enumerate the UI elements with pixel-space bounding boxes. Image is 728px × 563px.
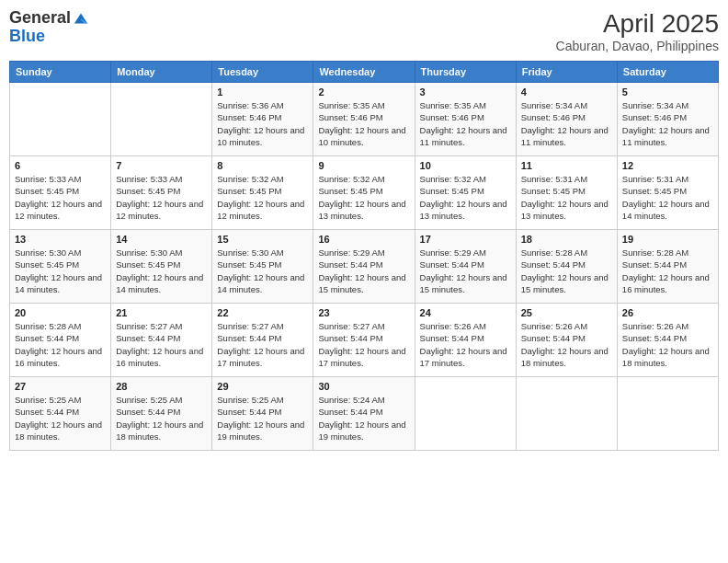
calendar-cell bbox=[516, 377, 617, 451]
cell-info: Sunrise: 5:25 AMSunset: 5:44 PMDaylight:… bbox=[217, 394, 308, 442]
logo-text-blue: Blue bbox=[9, 28, 89, 46]
cell-day-number: 9 bbox=[318, 160, 409, 171]
calendar-cell: 2Sunrise: 5:35 AMSunset: 5:46 PMDaylight… bbox=[313, 83, 415, 156]
cell-day-number: 7 bbox=[116, 160, 207, 171]
calendar-cell: 10Sunrise: 5:32 AMSunset: 5:45 PMDayligh… bbox=[415, 156, 516, 230]
title-area: April 2025 Caburan, Davao, Philippines bbox=[556, 9, 719, 53]
cell-info: Sunrise: 5:28 AMSunset: 5:44 PMDaylight:… bbox=[622, 247, 713, 295]
cell-day-number: 16 bbox=[318, 234, 409, 245]
cell-day-number: 8 bbox=[217, 160, 308, 171]
logo-icon bbox=[73, 10, 89, 27]
cell-info: Sunrise: 5:30 AMSunset: 5:45 PMDaylight:… bbox=[217, 247, 308, 295]
cell-day-number: 13 bbox=[15, 234, 106, 245]
cell-info: Sunrise: 5:26 AMSunset: 5:44 PMDaylight:… bbox=[420, 320, 511, 369]
cell-day-number: 1 bbox=[217, 86, 308, 98]
cell-info: Sunrise: 5:32 AMSunset: 5:45 PMDaylight:… bbox=[318, 173, 409, 222]
calendar-cell: 9Sunrise: 5:32 AMSunset: 5:45 PMDaylight… bbox=[313, 156, 415, 230]
calendar-cell: 29Sunrise: 5:25 AMSunset: 5:44 PMDayligh… bbox=[212, 377, 313, 451]
cell-day-number: 4 bbox=[521, 86, 612, 98]
cell-day-number: 12 bbox=[622, 160, 713, 171]
cell-info: Sunrise: 5:27 AMSunset: 5:44 PMDaylight:… bbox=[217, 320, 308, 369]
cell-info: Sunrise: 5:31 AMSunset: 5:45 PMDaylight:… bbox=[521, 173, 612, 222]
cell-info: Sunrise: 5:28 AMSunset: 5:44 PMDaylight:… bbox=[521, 247, 612, 295]
calendar-cell: 6Sunrise: 5:33 AMSunset: 5:45 PMDaylight… bbox=[10, 156, 111, 230]
calendar-cell bbox=[10, 83, 111, 156]
header: General Blue April 2025 Caburan, Davao, … bbox=[9, 9, 719, 53]
cell-day-number: 10 bbox=[420, 160, 511, 171]
cell-info: Sunrise: 5:31 AMSunset: 5:45 PMDaylight:… bbox=[622, 173, 713, 222]
calendar-week-row: 20Sunrise: 5:28 AMSunset: 5:44 PMDayligh… bbox=[10, 304, 719, 377]
cell-info: Sunrise: 5:34 AMSunset: 5:46 PMDaylight:… bbox=[521, 99, 612, 148]
cell-day-number: 25 bbox=[521, 307, 612, 318]
calendar-cell: 19Sunrise: 5:28 AMSunset: 5:44 PMDayligh… bbox=[617, 230, 718, 304]
cell-day-number: 17 bbox=[420, 234, 511, 245]
cell-day-number: 26 bbox=[622, 307, 713, 318]
calendar-cell: 20Sunrise: 5:28 AMSunset: 5:44 PMDayligh… bbox=[10, 304, 111, 377]
cell-day-number: 21 bbox=[116, 307, 207, 318]
cell-day-number: 18 bbox=[521, 234, 612, 245]
cell-info: Sunrise: 5:24 AMSunset: 5:44 PMDaylight:… bbox=[318, 394, 409, 442]
cell-day-number: 15 bbox=[217, 234, 308, 245]
cell-info: Sunrise: 5:25 AMSunset: 5:44 PMDaylight:… bbox=[15, 394, 106, 442]
logo-text-general: General bbox=[9, 9, 71, 28]
col-header-wednesday: Wednesday bbox=[313, 62, 415, 83]
cell-info: Sunrise: 5:33 AMSunset: 5:45 PMDaylight:… bbox=[116, 173, 207, 222]
calendar-cell: 15Sunrise: 5:30 AMSunset: 5:45 PMDayligh… bbox=[212, 230, 313, 304]
cell-info: Sunrise: 5:27 AMSunset: 5:44 PMDaylight:… bbox=[318, 320, 409, 369]
cell-info: Sunrise: 5:29 AMSunset: 5:44 PMDaylight:… bbox=[420, 247, 511, 295]
page: General Blue April 2025 Caburan, Davao, … bbox=[0, 0, 728, 563]
cell-info: Sunrise: 5:35 AMSunset: 5:46 PMDaylight:… bbox=[318, 99, 409, 148]
logo: General Blue bbox=[9, 9, 89, 46]
cell-day-number: 27 bbox=[15, 381, 106, 392]
calendar-cell: 11Sunrise: 5:31 AMSunset: 5:45 PMDayligh… bbox=[516, 156, 617, 230]
calendar-cell: 22Sunrise: 5:27 AMSunset: 5:44 PMDayligh… bbox=[212, 304, 313, 377]
calendar-cell: 13Sunrise: 5:30 AMSunset: 5:45 PMDayligh… bbox=[10, 230, 111, 304]
cell-info: Sunrise: 5:32 AMSunset: 5:45 PMDaylight:… bbox=[420, 173, 511, 222]
sub-title: Caburan, Davao, Philippines bbox=[556, 39, 719, 53]
cell-day-number: 30 bbox=[318, 381, 409, 392]
cell-day-number: 24 bbox=[420, 307, 511, 318]
cell-info: Sunrise: 5:29 AMSunset: 5:44 PMDaylight:… bbox=[318, 247, 409, 295]
calendar-cell: 5Sunrise: 5:34 AMSunset: 5:46 PMDaylight… bbox=[617, 83, 718, 156]
calendar-cell: 24Sunrise: 5:26 AMSunset: 5:44 PMDayligh… bbox=[415, 304, 516, 377]
calendar-cell: 26Sunrise: 5:26 AMSunset: 5:44 PMDayligh… bbox=[617, 304, 718, 377]
calendar-cell: 23Sunrise: 5:27 AMSunset: 5:44 PMDayligh… bbox=[313, 304, 415, 377]
calendar-cell: 28Sunrise: 5:25 AMSunset: 5:44 PMDayligh… bbox=[111, 377, 212, 451]
cell-day-number: 22 bbox=[217, 307, 308, 318]
calendar-cell bbox=[111, 83, 212, 156]
cell-day-number: 14 bbox=[116, 234, 207, 245]
col-header-tuesday: Tuesday bbox=[212, 62, 313, 83]
cell-info: Sunrise: 5:36 AMSunset: 5:46 PMDaylight:… bbox=[217, 99, 308, 148]
col-header-monday: Monday bbox=[111, 62, 212, 83]
main-title: April 2025 bbox=[556, 9, 719, 39]
calendar-week-row: 1Sunrise: 5:36 AMSunset: 5:46 PMDaylight… bbox=[10, 83, 719, 156]
calendar-week-row: 6Sunrise: 5:33 AMSunset: 5:45 PMDaylight… bbox=[10, 156, 719, 230]
calendar-table: SundayMondayTuesdayWednesdayThursdayFrid… bbox=[9, 61, 719, 451]
calendar-cell bbox=[617, 377, 718, 451]
calendar-cell: 30Sunrise: 5:24 AMSunset: 5:44 PMDayligh… bbox=[313, 377, 415, 451]
calendar-cell: 3Sunrise: 5:35 AMSunset: 5:46 PMDaylight… bbox=[415, 83, 516, 156]
calendar-week-row: 13Sunrise: 5:30 AMSunset: 5:45 PMDayligh… bbox=[10, 230, 719, 304]
cell-day-number: 5 bbox=[622, 86, 713, 98]
col-header-thursday: Thursday bbox=[415, 62, 516, 83]
calendar-cell: 16Sunrise: 5:29 AMSunset: 5:44 PMDayligh… bbox=[313, 230, 415, 304]
cell-day-number: 20 bbox=[15, 307, 106, 318]
cell-info: Sunrise: 5:30 AMSunset: 5:45 PMDaylight:… bbox=[116, 247, 207, 295]
calendar-header-row: SundayMondayTuesdayWednesdayThursdayFrid… bbox=[10, 62, 719, 83]
cell-day-number: 29 bbox=[217, 381, 308, 392]
cell-info: Sunrise: 5:30 AMSunset: 5:45 PMDaylight:… bbox=[15, 247, 106, 295]
calendar-cell: 8Sunrise: 5:32 AMSunset: 5:45 PMDaylight… bbox=[212, 156, 313, 230]
cell-day-number: 3 bbox=[420, 86, 511, 98]
calendar-cell: 18Sunrise: 5:28 AMSunset: 5:44 PMDayligh… bbox=[516, 230, 617, 304]
cell-info: Sunrise: 5:28 AMSunset: 5:44 PMDaylight:… bbox=[15, 320, 106, 369]
calendar-cell: 21Sunrise: 5:27 AMSunset: 5:44 PMDayligh… bbox=[111, 304, 212, 377]
calendar-cell: 12Sunrise: 5:31 AMSunset: 5:45 PMDayligh… bbox=[617, 156, 718, 230]
cell-info: Sunrise: 5:25 AMSunset: 5:44 PMDaylight:… bbox=[116, 394, 207, 442]
cell-info: Sunrise: 5:26 AMSunset: 5:44 PMDaylight:… bbox=[622, 320, 713, 369]
col-header-friday: Friday bbox=[516, 62, 617, 83]
cell-day-number: 6 bbox=[15, 160, 106, 171]
calendar-cell: 25Sunrise: 5:26 AMSunset: 5:44 PMDayligh… bbox=[516, 304, 617, 377]
calendar-cell: 27Sunrise: 5:25 AMSunset: 5:44 PMDayligh… bbox=[10, 377, 111, 451]
col-header-saturday: Saturday bbox=[617, 62, 718, 83]
cell-day-number: 28 bbox=[116, 381, 207, 392]
